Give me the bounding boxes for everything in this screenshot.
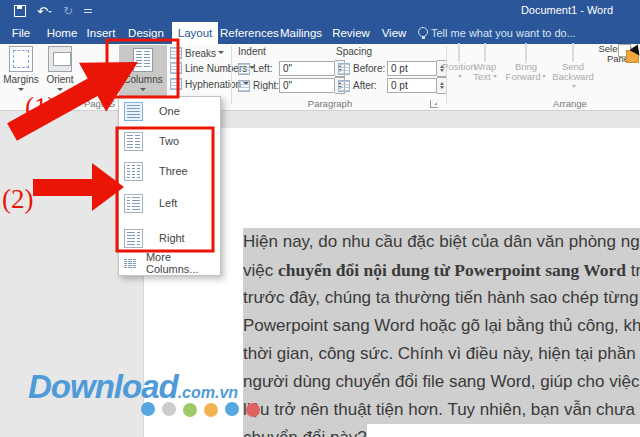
document-text[interactable]: Hiện nay, do nhu cầu đặc biệt của dân vă…: [243, 228, 640, 437]
right-column-icon: [124, 229, 143, 248]
undo-caret-icon[interactable]: [48, 11, 52, 15]
undo-icon: ↶: [37, 5, 48, 18]
position-icon: [458, 43, 460, 62]
spacing-after-input[interactable]: 0 pt: [387, 78, 437, 93]
send-backward-icon: [572, 43, 574, 62]
left-column-icon: [124, 194, 143, 213]
tab-layout[interactable]: Layout: [172, 22, 218, 44]
tab-review[interactable]: Review: [330, 22, 372, 44]
step-1-label: (1): [25, 92, 56, 123]
doc-line: Hiện nay, do nhu cầu đặc biệt của dân vă…: [243, 228, 640, 256]
orientation-button[interactable]: Orient: [40, 46, 80, 94]
margins-button[interactable]: Margins: [2, 46, 40, 94]
doc-line: người dùng chuyển đổi file sang Word, gi…: [243, 368, 640, 396]
spacing-after-label: After:: [353, 80, 387, 91]
margins-label: Margins: [3, 74, 39, 85]
ribbon: Margins Orient Columns Breaks Line Numbe…: [0, 44, 640, 111]
spacing-before-row: Before: 0 pt: [338, 60, 447, 77]
indent-left-input[interactable]: 0": [279, 61, 335, 76]
selection-pane-button[interactable]: Selection Pane: [596, 44, 640, 106]
menu-item-label: Left: [159, 197, 177, 209]
indent-right-label: Right:: [253, 80, 279, 91]
watermark-suffix: .com.vn: [178, 384, 238, 401]
hyphenation-icon: [170, 78, 182, 90]
columns-label: Columns: [123, 74, 162, 85]
orientation-label: Orient: [46, 74, 73, 85]
columns-button[interactable]: Columns: [119, 45, 167, 96]
line-numbers-icon: [170, 62, 182, 74]
menu-item-one[interactable]: One: [119, 98, 220, 124]
watermark-dot: [141, 402, 155, 416]
word-window: ↶ ↻ Document1 - Word File Home Insert De…: [0, 0, 640, 437]
watermark-logo: Download.com.vn: [28, 368, 238, 406]
menu-item-label: More Columns...: [146, 251, 220, 275]
spacing-heading: Spacing: [336, 46, 372, 57]
indent-left-icon: [238, 63, 250, 75]
annotation-arrow-2: [33, 163, 124, 211]
spacing-after-row: After: 0 pt: [338, 77, 447, 94]
chevron-down-icon: [493, 75, 497, 80]
watermark-dot: [183, 403, 197, 417]
spacing-before-input[interactable]: 0 pt: [387, 61, 437, 76]
send-backward-label-2: Backward: [550, 72, 596, 92]
orientation-icon: [48, 46, 72, 72]
menu-item-two[interactable]: Two: [119, 128, 220, 154]
tab-view[interactable]: View: [377, 22, 411, 44]
save-icon[interactable]: [14, 5, 26, 17]
more-columns-icon: [124, 259, 136, 268]
doc-line: việc chuyển đổi nội dung từ Powerpoint s…: [243, 256, 640, 284]
indent-heading: Indent: [238, 46, 266, 57]
menu-item-label: Right: [159, 232, 185, 244]
spacing-before-icon: [338, 63, 350, 75]
spacing-before-label: Before:: [353, 63, 387, 74]
breaks-button[interactable]: Breaks: [170, 46, 224, 60]
chevron-down-icon: [140, 88, 146, 94]
menu-item-more-columns[interactable]: More Columns...: [119, 253, 220, 273]
tab-mailings[interactable]: Mailings: [278, 22, 324, 44]
tab-insert[interactable]: Insert: [82, 22, 120, 44]
tab-home[interactable]: Home: [42, 22, 82, 44]
menu-item-three[interactable]: Three: [119, 158, 220, 184]
page-setup-group-label: Page S: [84, 98, 115, 109]
wrap-text-button: Wrap Text: [466, 44, 504, 106]
step-2-label: (2): [2, 184, 33, 215]
ribbon-tab-row: File Home Insert Design Layout Reference…: [0, 22, 640, 44]
menu-item-right[interactable]: Right: [119, 225, 220, 251]
bring-forward-icon: [525, 43, 527, 62]
chevron-down-icon: [218, 51, 224, 57]
menu-item-label: Three: [159, 165, 188, 177]
indent-right-input[interactable]: 0": [279, 78, 335, 93]
doc-line: Powerpoint sang Word hoặc gõ lại bằng th…: [243, 312, 640, 340]
chevron-down-icon: [57, 88, 63, 94]
paragraph-dialog-launcher-icon[interactable]: [430, 100, 438, 108]
menu-item-left[interactable]: Left: [119, 190, 220, 216]
customize-qat-icon[interactable]: [84, 9, 92, 13]
chevron-down-icon: [458, 75, 462, 80]
wrap-text-icon: [484, 43, 486, 62]
title-bar: ↶ ↻ Document1 - Word: [0, 0, 640, 22]
doc-line: chuyển đổi này?: [243, 424, 367, 437]
indent-left-label: Left:: [253, 63, 279, 74]
tell-me-box[interactable]: Tell me what you want to do...: [431, 22, 576, 44]
tab-references[interactable]: References: [220, 22, 274, 44]
indent-right-row: Right: 0": [238, 77, 345, 94]
bring-forward-label-2: Forward: [504, 72, 548, 82]
menu-item-label: One: [159, 105, 180, 117]
two-columns-icon: [124, 132, 143, 151]
doc-line: liệu trở nên thuật tiện hơn. Tuy nhiên, …: [243, 396, 640, 424]
tab-design[interactable]: Design: [124, 22, 168, 44]
redo-icon[interactable]: ↻: [63, 5, 73, 17]
watermark-dot: [162, 402, 176, 416]
undo-button[interactable]: ↶: [37, 5, 52, 18]
chevron-down-icon: [18, 88, 24, 94]
paragraph-group-label: Paragraph: [303, 98, 357, 109]
tell-me-bulb-icon: [418, 27, 428, 37]
bring-forward-button: Bring Forward: [504, 44, 548, 106]
page-break-icon: [170, 47, 182, 59]
indent-left-row: Left: 0": [238, 60, 345, 77]
tab-file[interactable]: File: [4, 22, 38, 44]
one-column-icon: [124, 102, 143, 121]
menu-item-label: Two: [159, 135, 179, 147]
three-columns-icon: [124, 162, 143, 181]
breaks-label: Breaks: [185, 48, 216, 59]
